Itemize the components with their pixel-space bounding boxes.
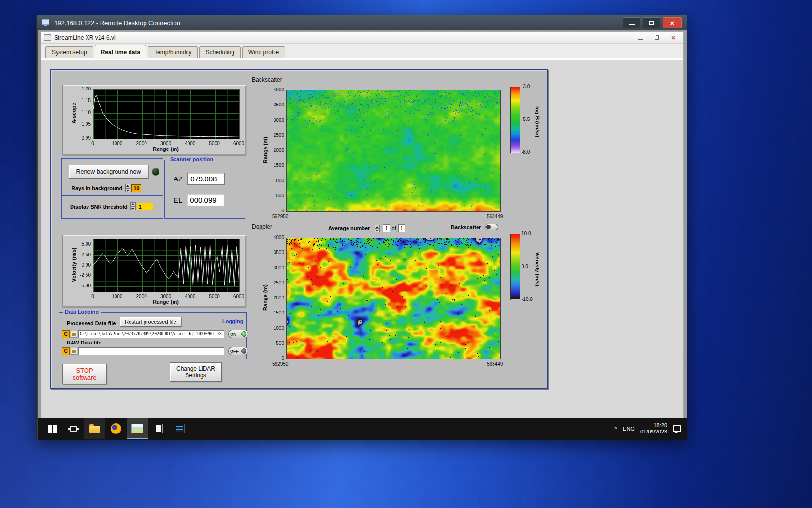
x-tick-label: 2000 [133,294,150,299]
browse-file-icon[interactable] [71,331,77,338]
change-lidar-settings-button[interactable]: Change LiDAR Settings [170,362,222,382]
doppler-heatmap [286,238,501,359]
x-tick-label: 3000 [157,294,174,299]
backscatter-colorbar-gradient [510,87,520,153]
y-tick-label: 500 [264,193,284,198]
spin-down-icon[interactable] [375,228,380,232]
y-tick-label: 1.10 [71,110,91,115]
clock-time: 18:20 [653,422,667,429]
spin-up-icon[interactable] [125,184,130,188]
processed-path-field[interactable]: C:\Lidar\Data\Proc\2023\202309\20230901\… [78,330,224,338]
app-titlebar[interactable]: StreamLine XR v14-6.vi × [41,32,683,44]
y-tick-label: 1500 [264,310,284,315]
folder-icon [89,426,100,433]
rdp-titlebar[interactable]: 192.168.0.122 - Remote Desktop Connectio… [37,15,687,30]
y-tick-label: 0 [264,356,284,361]
spin-up-icon[interactable] [130,202,136,207]
raw-path-field[interactable] [78,347,224,355]
led-icon [241,331,246,337]
taskbar-firefox-button[interactable] [105,418,127,439]
el-value-field: 000.099 [187,194,224,206]
remote-desktop: StreamLine XR v14-6.vi × System setup Re… [38,30,687,440]
backscatter-chart-area: Backscatter Range (m) 562950 563449 4000… [251,74,522,219]
rdp-window: 192.168.0.122 - Remote Desktop Connectio… [36,15,687,440]
hidden-icons-chevron[interactable]: ^ [614,425,617,433]
raw-logging-toggle[interactable]: OFF [228,347,248,355]
x-tick-label: 1000 [108,294,126,299]
taskbar-scan-scheduler-button[interactable] [148,418,169,439]
tab-system-setup[interactable]: System setup [45,46,93,58]
tab-real-time-data[interactable]: Real time data [95,45,146,59]
raw-data-file-label: RAW Data file [67,340,102,345]
taskbar-explorer-button[interactable] [84,418,105,439]
display-snr-threshold-label: Display SNR threshold [70,204,128,209]
backscatter-x-end-label: 563449 [487,214,503,219]
y-tick-label: 1.20 [71,86,91,91]
x-tick-label: 5000 [206,141,223,146]
rdp-maximize-button[interactable] [643,17,660,28]
average-total-field[interactable]: 1 [398,224,405,232]
rays-spinner[interactable] [125,184,130,192]
y-tick-label: 0.99 [71,135,91,141]
backscatter-display-toggle[interactable] [485,224,498,230]
off-label: OFF [230,349,239,354]
restart-processed-file-button[interactable]: Restart processed file [120,317,181,327]
minimize-icon [629,24,635,25]
y-tick-label: 3000 [264,265,284,270]
y-tick-label: 1.15 [71,98,91,103]
y-tick-label: 4000 [264,87,284,92]
tab-wind-profile[interactable]: Wind profile [242,46,285,58]
velocity-plot [93,239,240,292]
rays-value-field[interactable]: 10 [131,184,141,192]
notification-center-icon[interactable] [673,425,681,432]
y-tick-label: 1.05 [71,121,91,127]
taskbar-streamline-button[interactable] [127,418,148,439]
rdp-minimize-button[interactable] [623,17,640,28]
x-tick-label: 2000 [133,141,150,146]
spin-down-icon[interactable] [130,207,136,211]
y-tick-label: 4000 [264,235,284,240]
el-label: EL [174,196,182,204]
taskbar-start-button[interactable] [42,418,63,439]
velocity-graph-panel: Velocity (m/s) Range (m) 5.002.500.00-2.… [62,235,246,307]
x-tick-label: 1000 [108,141,126,146]
stop-software-button[interactable]: STOP software [62,364,107,384]
renew-background-button[interactable]: Renew background now [69,165,148,179]
raw-drive-box[interactable]: C [62,347,70,355]
taskbar-terminal-button[interactable] [169,418,190,439]
taskbar-clock[interactable]: 18:20 01/09/2023 [640,422,667,435]
language-indicator[interactable]: ENG [623,426,635,432]
scanner-position-title: Scanner position [168,156,215,162]
snr-value-field[interactable]: 1 [137,203,153,210]
taskview-icon [70,426,77,432]
x-tick-label: 6000 [230,294,247,299]
taskbar-taskview-button[interactable] [63,418,84,439]
app-close-button[interactable]: × [666,33,681,42]
led-icon [241,348,246,354]
firefox-icon [111,423,121,434]
rdp-close-button[interactable]: × [663,17,682,28]
spin-up-icon[interactable] [375,225,380,229]
spin-down-icon[interactable] [125,188,130,193]
average-number-spinner[interactable] [375,225,380,232]
processed-data-file-label: Processed Data file [67,320,116,326]
browse-file-icon[interactable] [71,348,77,355]
tab-scheduling[interactable]: Scheduling [199,46,240,58]
rdp-window-title: 192.168.0.122 - Remote Desktop Connectio… [54,19,180,27]
backscatter-colorbar: log B (/m/sr) -3.0-5.5-8.0 [508,84,549,167]
velocity-x-axis-label: Range (m) [142,299,190,305]
snr-spinner[interactable] [130,202,136,210]
processed-logging-toggle[interactable]: ON [228,330,248,338]
tab-temp-humidity[interactable]: Temp/humidity [148,46,198,58]
app-restore-button[interactable] [650,33,664,42]
ascope-graph-panel: A-scope Range (m) 1.201.151.101.050.9901… [62,85,246,155]
scanner-position-group: Scanner position AZ 079.008 EL 000.099 [164,160,245,219]
ascope-plot [93,89,240,139]
tab-bar: System setup Real time data Temp/humidit… [41,44,683,59]
processed-drive-box[interactable]: C [62,330,70,338]
data-logging-title: Data Logging [63,309,101,314]
doppler-colorbar-label: Velocity (m/s) [535,233,540,305]
doppler-x-end-label: 563449 [487,361,503,367]
app-minimize-button[interactable] [633,33,648,42]
average-number-field[interactable]: 1 [383,224,390,232]
